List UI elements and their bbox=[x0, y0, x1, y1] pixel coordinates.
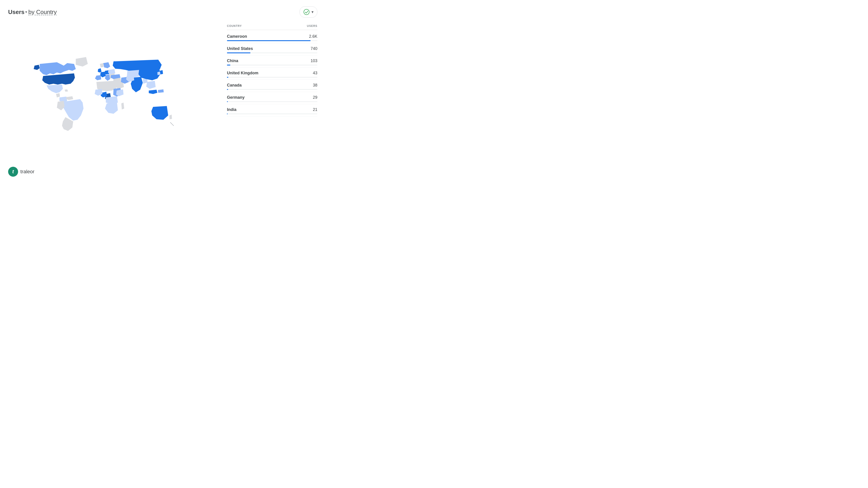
country-value: 2.6K bbox=[309, 34, 317, 39]
bar-container bbox=[227, 89, 317, 90]
caribbean-shape bbox=[65, 89, 68, 92]
bar bbox=[227, 113, 228, 114]
checkmark-icon bbox=[303, 9, 310, 15]
bar bbox=[227, 53, 250, 53]
col-country-header: COUNTRY bbox=[227, 24, 242, 28]
table-rows: Cameroon2.6KUnited States740China103Unit… bbox=[227, 31, 317, 116]
table-row: Canada38 bbox=[227, 80, 317, 92]
mexico-shape bbox=[46, 85, 63, 93]
bar-container bbox=[227, 77, 317, 78]
indonesia-shape2 bbox=[158, 89, 164, 93]
uk-shape bbox=[98, 68, 101, 72]
bar-container bbox=[227, 40, 317, 41]
main-content: COUNTRY USERS Cameroon2.6KUnited States7… bbox=[8, 22, 317, 174]
alaska-shape bbox=[34, 65, 40, 70]
table-row: India21 bbox=[227, 104, 317, 116]
status-dropdown-arrow[interactable]: ▾ bbox=[311, 9, 313, 14]
canada-shape bbox=[40, 62, 76, 75]
metric-selector[interactable]: Users ▾ bbox=[8, 8, 27, 15]
bar bbox=[227, 89, 228, 90]
country-name: China bbox=[227, 59, 238, 63]
bar-container bbox=[227, 113, 317, 114]
brazil-shape bbox=[63, 99, 84, 121]
metric-dropdown-arrow[interactable]: ▾ bbox=[25, 10, 27, 14]
bar-container bbox=[227, 101, 317, 102]
bar bbox=[227, 101, 228, 102]
greenland-shape bbox=[76, 57, 88, 67]
header: Users ▾ by Country ▾ bbox=[8, 6, 317, 18]
usa-shape bbox=[42, 73, 75, 85]
country-value: 103 bbox=[311, 59, 317, 63]
status-button[interactable]: ▾ bbox=[300, 6, 317, 18]
svg-line-1 bbox=[170, 122, 174, 126]
newzealand-shape bbox=[169, 115, 172, 119]
table-row: United States740 bbox=[227, 43, 317, 55]
table-header: COUNTRY USERS bbox=[227, 24, 317, 30]
country-value: 43 bbox=[313, 71, 317, 75]
table-row: Cameroon2.6K bbox=[227, 31, 317, 43]
australia-shape bbox=[151, 106, 168, 120]
venezuela-shape bbox=[66, 96, 73, 100]
world-map bbox=[29, 42, 201, 155]
dashboard-container: Users ▾ by Country ▾ bbox=[0, 0, 326, 183]
logo-icon: t bbox=[8, 167, 18, 177]
svg-point-0 bbox=[304, 9, 309, 15]
bar-container bbox=[227, 65, 317, 66]
logo: t traleor bbox=[8, 167, 34, 177]
country-name: Cameroon bbox=[227, 34, 247, 39]
country-name: India bbox=[227, 107, 237, 112]
table-row: Germany29 bbox=[227, 92, 317, 104]
southeast-asia-shape bbox=[146, 80, 156, 89]
country-name: Canada bbox=[227, 83, 242, 88]
indonesia-shape1 bbox=[149, 90, 157, 94]
southern-africa-shape bbox=[105, 103, 118, 113]
map-section bbox=[8, 22, 222, 174]
bar bbox=[227, 65, 230, 66]
country-name: Germany bbox=[227, 95, 245, 100]
china-shape bbox=[138, 67, 160, 80]
spain-shape bbox=[95, 75, 101, 80]
country-value: 21 bbox=[313, 107, 317, 112]
bar bbox=[227, 40, 311, 41]
dimension-label: by Country bbox=[28, 8, 57, 15]
italy-shape bbox=[105, 74, 110, 81]
country-value: 740 bbox=[311, 46, 317, 51]
country-name: United Kingdom bbox=[227, 71, 258, 75]
col-users-header: USERS bbox=[307, 24, 317, 28]
metric-label: Users bbox=[8, 8, 24, 15]
country-value: 29 bbox=[313, 95, 317, 100]
norway-shape bbox=[100, 63, 104, 67]
peru-shape bbox=[57, 101, 65, 110]
country-name: United States bbox=[227, 46, 253, 51]
madagascar-shape bbox=[121, 103, 124, 109]
scandinavia-shape bbox=[103, 62, 110, 68]
country-value: 38 bbox=[313, 83, 317, 88]
table-section: COUNTRY USERS Cameroon2.6KUnited States7… bbox=[222, 22, 317, 174]
header-title: Users ▾ by Country bbox=[8, 8, 57, 15]
table-row: China103 bbox=[227, 55, 317, 68]
bar-container bbox=[227, 53, 317, 53]
bar bbox=[227, 77, 228, 78]
table-row: United Kingdom43 bbox=[227, 68, 317, 80]
logo-name: traleor bbox=[20, 169, 34, 175]
central-america-shape bbox=[56, 93, 60, 97]
